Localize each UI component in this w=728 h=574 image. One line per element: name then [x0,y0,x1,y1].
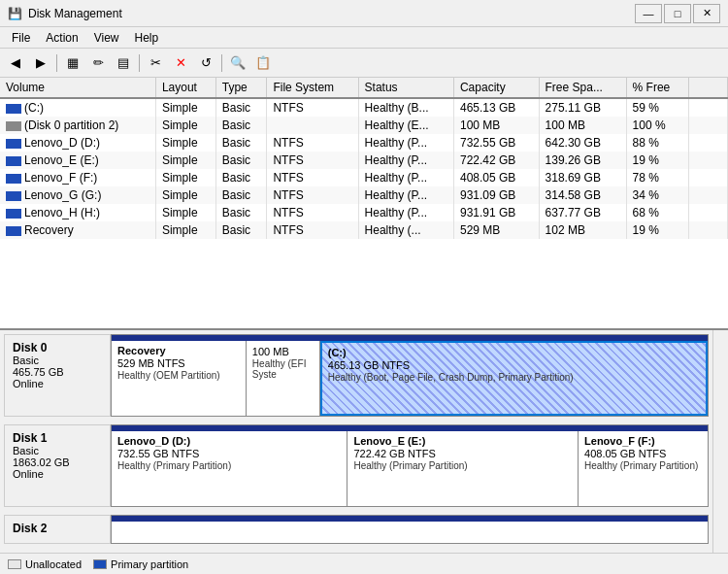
volume-icon [6,191,21,201]
cell-free: 318.69 GB [539,169,626,186]
menu-item-file[interactable]: File [4,29,38,46]
cell-free: 642.30 GB [539,134,626,152]
cell-status: Healthy (P... [358,169,453,186]
table-header-row: Volume Layout Type File System Status Ca… [0,78,728,98]
disk-table-area: Volume Layout Type File System Status Ca… [0,78,728,330]
close-button[interactable]: ✕ [693,4,720,23]
disk-row: Disk 1 Basic 1863.02 GB Online Lenovo_D … [4,424,709,507]
menu-item-view[interactable]: View [86,29,127,46]
partition-name: Recovery [117,345,240,356]
partition-status: Healthy (EFI Syste [252,358,314,380]
partition-size: 529 MB NTFS [117,357,240,369]
col-free[interactable]: Free Spa... [539,78,626,98]
cell-volume: (C:) [0,98,155,117]
table-row[interactable]: (Disk 0 partition 2) Simple Basic Health… [0,117,728,134]
cell-filesystem: NTFS [267,152,358,169]
col-status[interactable]: Status [358,78,453,98]
col-layout[interactable]: Layout [155,78,215,98]
cell-extra [689,117,728,134]
partition-name: Lenovo_F (F:) [584,435,702,447]
cell-type: Basic [215,221,267,239]
cell-filesystem: NTFS [267,169,358,186]
cell-type: Basic [215,169,267,186]
legend-unallocated: Unallocated [8,558,82,570]
edit-button[interactable]: ✏ [86,52,110,74]
disk-name: Disk 1 [13,431,102,445]
disconnect-button[interactable]: ✂ [144,52,167,74]
cell-free: 637.77 GB [539,204,626,221]
table-row[interactable]: Recovery Simple Basic NTFS Healthy (... … [0,221,728,239]
cell-free: 139.26 GB [539,152,626,169]
cell-pct: 19 % [626,221,688,239]
table-row[interactable]: Lenovo_F (F:) Simple Basic NTFS Healthy … [0,169,728,186]
properties-button[interactable]: ▤ [112,52,135,74]
partition[interactable]: (C:) 465.13 GB NTFS Healthy (Boot, Page … [320,341,708,416]
cell-volume: Lenovo_H (H:) [0,204,155,221]
legend-primary-label: Primary partition [111,558,188,570]
cell-pct: 78 % [626,169,688,186]
cell-type: Basic [215,98,267,117]
partition-status: Healthy (Primary Partition) [353,460,572,471]
cell-status: Healthy (E... [358,117,453,134]
volume-icon [6,156,21,166]
col-filesystem[interactable]: File System [267,78,358,98]
disk-row: Disk 2 [4,515,709,544]
cell-capacity: 408.05 GB [453,169,539,186]
table-row[interactable]: Lenovo_H (H:) Simple Basic NTFS Healthy … [0,204,728,221]
partition[interactable]: Lenovo_F (F:) 408.05 GB NTFS Healthy (Pr… [579,431,708,506]
table-row[interactable]: Lenovo_G (G:) Simple Basic NTFS Healthy … [0,186,728,204]
cell-volume: Lenovo_E (E:) [0,152,155,169]
partition-size: 100 MB [252,346,314,357]
table-row[interactable]: (C:) Simple Basic NTFS Healthy (B... 465… [0,98,728,117]
disk-partitions [111,515,709,544]
cell-layout: Simple [155,204,215,221]
cell-pct: 88 % [626,134,688,152]
partition[interactable]: 100 MB Healthy (EFI Syste [247,341,320,416]
partition-size: 732.55 GB NTFS [117,448,341,459]
toolbar-separator-3 [221,54,222,72]
cell-layout: Simple [155,98,215,117]
disk-type: Basic [13,355,102,366]
search-button[interactable]: 🔍 [226,52,249,74]
partition[interactable]: Recovery 529 MB NTFS Healthy (OEM Partit… [112,341,247,416]
forward-button[interactable]: ▶ [29,52,52,74]
scrollbar[interactable] [712,330,728,553]
cell-status: Healthy (P... [358,134,453,152]
col-extra[interactable] [689,78,728,98]
cell-filesystem [267,117,358,134]
partition[interactable]: Lenovo_E (E:) 722.42 GB NTFS Healthy (Pr… [347,431,579,506]
col-type[interactable]: Type [215,78,267,98]
partition[interactable]: Lenovo_D (D:) 732.55 GB NTFS Healthy (Pr… [112,431,347,506]
col-capacity[interactable]: Capacity [453,78,539,98]
copy-button[interactable]: 📋 [251,52,275,74]
disk-view-button[interactable]: ▦ [61,52,84,74]
table-row[interactable]: Lenovo_D (D:) Simple Basic NTFS Healthy … [0,134,728,152]
toolbar-separator-2 [139,54,140,72]
cell-layout: Simple [155,221,215,239]
minimize-button[interactable]: — [635,4,662,23]
back-button[interactable]: ◀ [4,52,27,74]
cell-extra [689,221,728,239]
legend-bar: Unallocated Primary partition [0,553,728,574]
volume-icon [6,209,21,219]
cell-free: 314.58 GB [539,186,626,204]
cell-volume: Lenovo_F (F:) [0,169,155,186]
menu-bar: FileActionViewHelp [0,27,728,49]
menu-item-help[interactable]: Help [127,29,167,46]
cell-layout: Simple [155,117,215,134]
refresh-button[interactable]: ↺ [194,52,217,74]
cell-layout: Simple [155,186,215,204]
maximize-button[interactable]: □ [664,4,691,23]
volume-icon [6,104,21,114]
col-volume[interactable]: Volume [0,78,155,98]
table-row[interactable]: Lenovo_E (E:) Simple Basic NTFS Healthy … [0,152,728,169]
menu-item-action[interactable]: Action [38,29,85,46]
partition-name: Lenovo_E (E:) [353,435,572,447]
delete-button[interactable]: ✕ [169,52,192,74]
disk-size: 1863.02 GB [13,456,102,468]
cell-free: 275.11 GB [539,98,626,117]
cell-extra [689,204,728,221]
cell-type: Basic [215,204,267,221]
col-pct[interactable]: % Free [626,78,688,98]
cell-status: Healthy (P... [358,204,453,221]
